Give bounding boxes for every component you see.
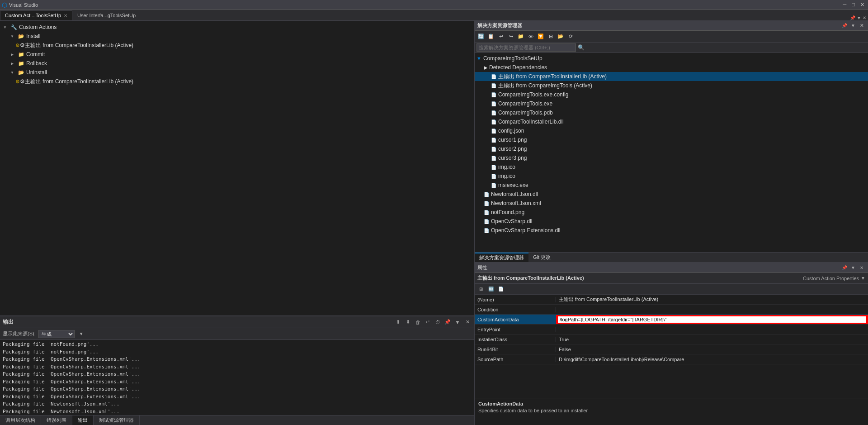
close-btn[interactable]: ✕ (463, 318, 472, 326)
output-line: Packaging file 'OpenCvSharp.Extensions.x… (3, 386, 472, 393)
output-line: Packaging file 'OpenCvSharp.Extensions.x… (3, 356, 472, 363)
prop-desc-text: Specifies custom data to be passed to an… (478, 408, 864, 413)
sol-tree-item[interactable]: 📄msiexec.exe (475, 181, 868, 190)
sol-tree-item[interactable]: ▼CompareImgToolsSetUp (475, 54, 868, 63)
sol-item-icon: 📄 (491, 138, 496, 143)
bottom-tab-call-hierarchy[interactable]: 调用层次结构 (0, 415, 41, 425)
close-btn[interactable]: ✕ (859, 2, 866, 8)
tree-rollback[interactable]: Rollback (0, 59, 474, 68)
show-all-btn[interactable]: 👁 (526, 32, 535, 41)
panel-pin-btn[interactable]: 📌 (850, 15, 855, 20)
sol-tree-item[interactable]: 📄Newtonsoft.Json.xml (475, 199, 868, 208)
solution-search-input[interactable] (476, 43, 576, 52)
tree-root[interactable]: 🔧 Custom Actions (0, 23, 474, 32)
prop-row[interactable]: (Name)主输出 from CompareToolInstallerLib (… (475, 295, 868, 305)
sol-tree-item[interactable]: 📄notFound.png (475, 208, 868, 217)
sol-item-label: img.ico (498, 164, 515, 170)
top-bar: ⬡ Visual Studio ─ □ ✕ (0, 0, 868, 10)
sol-tree-item[interactable]: 📄CompareImgTools.pdb (475, 108, 868, 117)
tree-commit[interactable]: Commit (0, 50, 474, 59)
output-content[interactable]: Packaging file 'notFound.png'...Packagin… (0, 340, 474, 415)
undo-btn[interactable]: ↩ (496, 32, 505, 41)
tree-uninstall[interactable]: Uninstall (0, 68, 474, 77)
dropdown-btn[interactable]: ▼ (849, 22, 857, 29)
tab-user-interface[interactable]: User Interfa...gToolsSetUp (72, 10, 141, 20)
wrap-btn[interactable]: ↵ (424, 318, 432, 326)
tree-install[interactable]: Install (0, 32, 474, 41)
prop-categorized-btn[interactable]: ⊞ (476, 285, 486, 294)
bottom-tab-error-list[interactable]: 错误列表 (41, 415, 72, 425)
redo-btn[interactable]: ↪ (506, 32, 515, 41)
tree-install-item-1[interactable]: ⚙ 主输出 from CompareToolInstallerLib (Acti… (0, 41, 474, 50)
sol-tree-item[interactable]: 📄config.json (475, 126, 868, 135)
sol-tree-item[interactable]: 📄CompareImgTools.exe (475, 99, 868, 108)
prop-row[interactable]: SourcePathD:\imgdiff\CompareToolInstalle… (475, 354, 868, 364)
sol-tree-item[interactable]: 📄img.ico (475, 172, 868, 181)
sol-tree-item[interactable]: 📄OpenCvSharp Extensions.dll (475, 226, 868, 235)
prop-alphabetical-btn[interactable]: 🔤 (486, 285, 495, 294)
filter-btn[interactable]: 🔽 (536, 32, 545, 41)
sol-item-label: 主输出 from CompareImgTools (Active) (498, 82, 592, 90)
clear-btn[interactable]: 🗑 (414, 318, 422, 326)
scroll-up-btn[interactable]: ⬆ (394, 318, 402, 326)
prop-row[interactable]: CustomActionData (475, 315, 868, 325)
prop-pages-btn[interactable]: 📄 (496, 285, 505, 294)
sol-tree-item[interactable]: 📄Newtonsoft.Json.dll (475, 190, 868, 199)
prop-row[interactable]: EntryPoint (475, 325, 868, 334)
prop-row-value[interactable] (556, 315, 868, 324)
scroll-down-btn[interactable]: ⬇ (404, 318, 412, 326)
pin-btn[interactable]: 📌 (841, 264, 848, 272)
sol-item-label: 主输出 from CompareToolInstallerLib (Active… (498, 73, 607, 81)
prop-dropdown-btn[interactable]: ▼ (861, 276, 865, 281)
panel-close-btn[interactable]: ✕ (863, 15, 866, 20)
properties-btn[interactable]: 📋 (486, 32, 495, 41)
sol-tree-item[interactable]: 📄主输出 from CompareToolInstallerLib (Activ… (475, 72, 868, 81)
new-folder-btn[interactable]: 📁 (516, 32, 525, 41)
sol-tree-item[interactable]: ▶Detected Dependencies (475, 63, 868, 72)
output-line: Packaging file 'OpenCvSharp.Extensions.x… (3, 393, 472, 401)
refresh-btn[interactable]: ⟳ (566, 32, 575, 41)
prop-value-input[interactable] (557, 315, 867, 324)
filter-select[interactable]: 生成 (38, 330, 75, 338)
prop-row[interactable]: InstallerClassTrue (475, 334, 868, 344)
collapse-btn[interactable]: ⊟ (546, 32, 555, 41)
sol-tree-item[interactable]: 📄OpenCvSharp.dll (475, 217, 868, 226)
dropdown-btn[interactable]: ▼ (849, 264, 857, 272)
solution-tree[interactable]: ▼CompareImgToolsSetUp▶Detected Dependenc… (475, 53, 868, 252)
solution-explorer-title: 解决方案资源管理器 (477, 22, 522, 29)
dropdown-btn[interactable]: ▼ (453, 318, 462, 326)
sol-tree-item[interactable]: 📄cursor3.png (475, 153, 868, 162)
prop-row[interactable]: Condition (475, 305, 868, 315)
close-btn[interactable]: ✕ (858, 264, 865, 272)
sol-tree-item[interactable]: 📄CompareImgTools.exe.config (475, 90, 868, 99)
tree-uninstall-item-1[interactable]: ⚙ 主输出 from CompareToolInstallerLib (Acti… (0, 77, 474, 86)
bottom-tab-output[interactable]: 输出 (72, 415, 94, 425)
pin-btn[interactable]: 📌 (841, 22, 848, 29)
prop-title-row: 主输出 from CompareToolInstallerLib (Active… (475, 273, 868, 284)
sync-btn[interactable]: 🔄 (476, 32, 486, 41)
custom-actions-tree[interactable]: 🔧 Custom Actions Install ⚙ 主输出 from Comp… (0, 21, 474, 315)
maximize-btn[interactable]: □ (850, 2, 857, 8)
minimize-btn[interactable]: ─ (841, 2, 849, 8)
sol-tree-item[interactable]: 📄主输出 from CompareImgTools (Active) (475, 81, 868, 90)
clock-btn[interactable]: ⏱ (434, 318, 442, 326)
sol-tab-solution-explorer[interactable]: 解决方案资源管理器 (475, 253, 528, 263)
sol-tab-git-changes[interactable]: Git 更改 (528, 253, 555, 263)
tab-close-icon[interactable]: ✕ (64, 13, 67, 18)
prop-row[interactable]: Run64BitFalse (475, 344, 868, 354)
close-btn[interactable]: ✕ (858, 22, 865, 29)
pin-btn[interactable]: 📌 (443, 318, 452, 326)
sol-tree-item[interactable]: 📄CompareToolInstallerLib.dll (475, 117, 868, 126)
filter-dropdown-arrow[interactable]: ▼ (79, 331, 84, 336)
tree-uninstall-label: Uninstall (26, 69, 47, 76)
search-icon[interactable]: 🔍 (578, 44, 585, 51)
output-line: Packaging file 'notFound.png'... (3, 341, 472, 349)
bottom-tab-test-explorer[interactable]: 测试资源管理器 (94, 415, 140, 425)
sol-tree-item[interactable]: 📄img.ico (475, 162, 868, 172)
tab-custom-actions[interactable]: Custom Acti...ToolsSetUp ✕ (0, 10, 72, 20)
panel-dropdown-btn[interactable]: ▼ (857, 15, 861, 20)
open-folder-btn[interactable]: 📂 (556, 32, 565, 41)
sol-tree-item[interactable]: 📄cursor2.png (475, 144, 868, 153)
sol-item-icon: 📄 (491, 165, 496, 170)
sol-tree-item[interactable]: 📄cursor1.png (475, 135, 868, 144)
